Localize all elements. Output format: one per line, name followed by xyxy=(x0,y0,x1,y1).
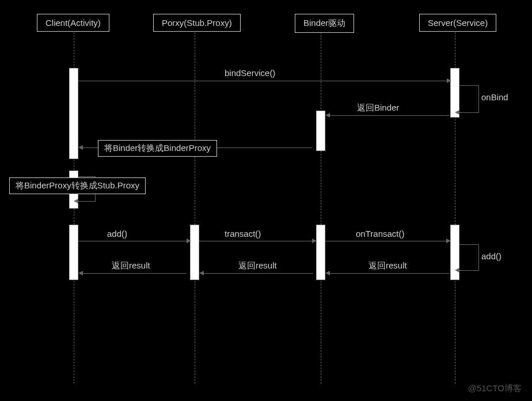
participant-client: Client(Activity) xyxy=(37,14,109,32)
activation-proxy-1 xyxy=(190,225,199,280)
activation-client-3 xyxy=(69,225,78,280)
label-returnresult-pc: 返回result xyxy=(112,260,150,271)
label-transact: transact() xyxy=(225,229,261,239)
msg-add xyxy=(78,241,187,241)
participant-server: Server(Service) xyxy=(419,14,496,32)
activation-client-1 xyxy=(69,68,78,159)
msg-ontransact xyxy=(325,241,446,241)
label-bindertoproxy: 将Binder转换成BinderProxy xyxy=(98,140,217,157)
label-bindservice: bindService() xyxy=(225,68,275,78)
label-add: add() xyxy=(107,229,127,239)
label-returnresult-bp: 返回result xyxy=(238,260,277,271)
msg-returnresult-sb xyxy=(330,273,450,274)
selfloop-onbind xyxy=(459,85,479,113)
label-addserver: add() xyxy=(481,251,501,261)
lifeline-binder xyxy=(321,32,321,384)
label-ontransact: onTransact() xyxy=(356,229,404,239)
label-returnbinder: 返回Binder xyxy=(357,103,399,114)
activation-binder-2 xyxy=(316,225,325,280)
lifeline-proxy xyxy=(195,32,195,384)
msg-bindservice xyxy=(78,81,447,81)
msg-returnresult-pc xyxy=(83,273,187,274)
msg-returnresult-bp xyxy=(204,273,313,274)
label-stubproxy: 将BinderProxy转换成Stub.Proxy xyxy=(9,177,146,194)
msg-transact xyxy=(199,241,312,241)
label-returnresult-sb: 返回result xyxy=(368,260,407,271)
selfloop-addserver xyxy=(459,244,479,271)
msg-returnbinder xyxy=(330,115,450,116)
participant-binder: Binder驱动 xyxy=(295,14,354,33)
sequence-diagram-canvas: Client(Activity) Porxy(Stub.Proxy) Binde… xyxy=(0,0,532,401)
label-onbind: onBind xyxy=(481,92,508,102)
activation-binder-1 xyxy=(316,111,325,151)
watermark: @51CTO博客 xyxy=(468,383,522,394)
participant-proxy: Porxy(Stub.Proxy) xyxy=(153,14,241,32)
